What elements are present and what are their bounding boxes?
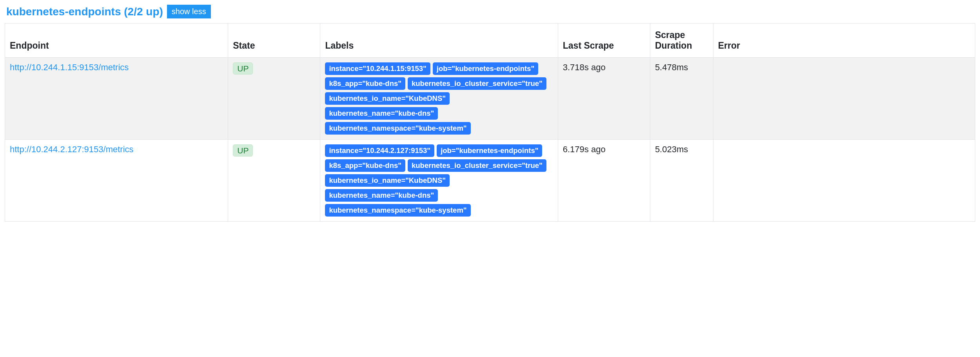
col-header-endpoint: Endpoint	[5, 24, 228, 58]
scrape-duration-value: 5.023ms	[655, 144, 688, 154]
labels-container: instance="10.244.2.127:9153"job="kuberne…	[325, 144, 553, 217]
show-less-button[interactable]: show less	[167, 5, 211, 18]
label-chip: instance="10.244.2.127:9153"	[325, 144, 434, 157]
labels-container: instance="10.244.1.15:9153"job="kubernet…	[325, 62, 553, 135]
col-header-last-scrape: Last Scrape	[558, 24, 650, 58]
label-chip: kubernetes_namespace="kube-system"	[325, 204, 470, 217]
label-chip: job="kubernetes-endpoints"	[433, 62, 538, 75]
targets-group-header: kubernetes-endpoints (2/2 up) show less	[5, 5, 975, 18]
last-scrape-value: 3.718s ago	[563, 62, 606, 72]
endpoint-link[interactable]: http://10.244.2.127:9153/metrics	[10, 144, 134, 154]
targets-table: Endpoint State Labels Last Scrape Scrape…	[5, 23, 975, 222]
label-chip: kubernetes_io_cluster_service="true"	[408, 77, 546, 90]
state-badge: UP	[233, 62, 253, 75]
scrape-duration-value: 5.478ms	[655, 62, 688, 72]
col-header-scrape-duration: Scrape Duration	[650, 24, 713, 58]
label-chip: kubernetes_io_name="KubeDNS"	[325, 92, 450, 105]
table-row: http://10.244.1.15:9153/metricsUPinstanc…	[5, 58, 975, 140]
col-header-state: State	[228, 24, 320, 58]
label-chip: job="kubernetes-endpoints"	[437, 144, 542, 157]
label-chip: kubernetes_io_name="KubeDNS"	[325, 174, 450, 187]
label-chip: kubernetes_namespace="kube-system"	[325, 122, 470, 135]
targets-group-title-link[interactable]: kubernetes-endpoints (2/2 up)	[6, 5, 163, 18]
endpoint-link[interactable]: http://10.244.1.15:9153/metrics	[10, 62, 129, 72]
last-scrape-value: 6.179s ago	[563, 144, 606, 154]
label-chip: kubernetes_name="kube-dns"	[325, 107, 438, 120]
col-header-error: Error	[713, 24, 975, 58]
table-row: http://10.244.2.127:9153/metricsUPinstan…	[5, 140, 975, 222]
label-chip: kubernetes_name="kube-dns"	[325, 189, 438, 202]
col-header-labels: Labels	[320, 24, 558, 58]
label-chip: kubernetes_io_cluster_service="true"	[408, 159, 546, 172]
state-badge: UP	[233, 144, 253, 157]
label-chip: instance="10.244.1.15:9153"	[325, 62, 430, 75]
label-chip: k8s_app="kube-dns"	[325, 77, 405, 90]
label-chip: k8s_app="kube-dns"	[325, 159, 405, 172]
